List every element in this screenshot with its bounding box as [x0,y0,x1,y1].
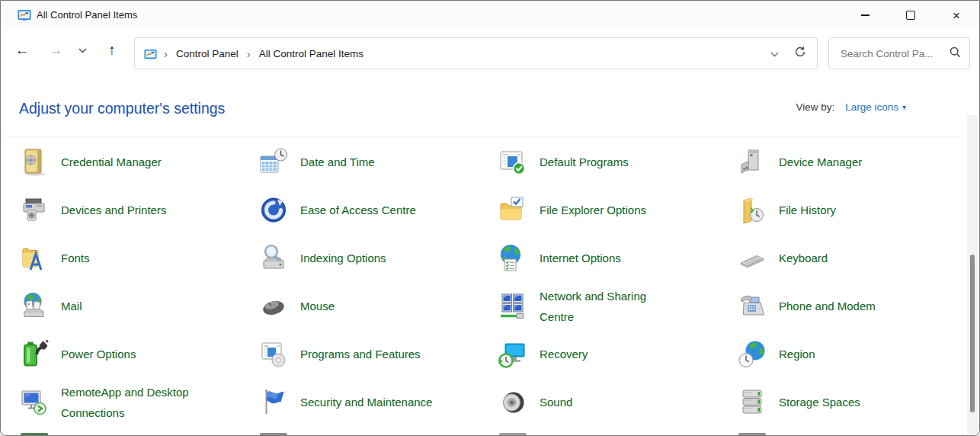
stacked-drives-icon [737,387,767,418]
control-panel-item[interactable]: Credential Manager [19,138,258,186]
search-input[interactable] [839,47,941,60]
control-panel-item[interactable]: File History [737,186,972,234]
control-panel-item-partial[interactable] [21,433,48,435]
globe-mail-icon [19,291,50,322]
keyboard-icon [737,243,767,274]
item-label: Power Options [61,344,136,364]
item-label: Programs and Features [300,344,421,364]
search-icon[interactable] [950,46,961,61]
control-panel-item-partial[interactable] [260,433,287,435]
item-label: Network and Sharing Centre [540,286,678,327]
item-label: Credential Manager [61,152,162,172]
telephone-icon [737,291,767,322]
control-panel-item[interactable]: Date and Time [258,138,498,186]
navigation-toolbar: ← → ↑ › Control Panel › All Control Pane… [1,30,979,71]
control-panel-item[interactable]: Device Manager [737,138,972,186]
control-panel-item[interactable]: Devices and Printers [19,186,258,234]
window-disc-icon [258,339,289,370]
content-divider [1,136,967,136]
item-label: Mouse [300,296,335,316]
control-panel-item[interactable]: Ease of Access Centre [258,186,498,234]
refresh-button[interactable] [789,41,817,66]
globe-checklist-icon [498,243,528,274]
search-box [828,37,970,69]
control-panel-item[interactable]: Programs and Features [258,330,498,378]
control-panel-item[interactable]: Mouse [258,282,498,330]
chevron-down-icon [78,48,87,53]
control-panel-breadcrumb-icon [144,48,157,59]
recent-locations-button[interactable] [71,35,94,66]
item-label: Ease of Access Centre [300,200,416,220]
control-panel-item[interactable]: Power Options [19,330,258,378]
breadcrumb-control-panel[interactable]: Control Panel [175,45,240,63]
control-panel-item[interactable]: Mail [19,282,258,330]
control-panel-item[interactable]: Security and Maintenance [258,378,498,426]
breadcrumb-separator: › [164,48,168,59]
control-panel-item[interactable]: Default Programs [498,138,737,186]
item-label: Storage Spaces [779,392,860,412]
control-panel-item[interactable]: Keyboard [737,234,972,282]
control-panel-item[interactable]: Fonts [19,234,258,282]
refresh-icon [794,46,806,58]
view-by-dropdown[interactable]: Large icons [845,101,898,113]
window-check-icon [498,147,528,178]
control-panel-item[interactable]: Storage Spaces [737,378,972,426]
minimize-icon [861,14,870,15]
mouse-icon [258,291,289,322]
item-label: Indexing Options [300,248,386,268]
scrollbar-track[interactable] [967,115,978,434]
folder-clock-icon [737,195,767,226]
breadcrumb-all-items[interactable]: All Control Panel Items [258,45,365,63]
close-button[interactable]: × [934,1,979,30]
page-title: Adjust your computer's settings [19,100,225,117]
item-label: Fonts [61,248,90,268]
control-panel-item[interactable]: Phone and Modem [737,282,972,330]
control-panel-item[interactable]: Sound [498,378,737,426]
item-label: Recovery [540,344,588,364]
scrollbar-thumb[interactable] [970,255,975,412]
maximize-button[interactable] [888,1,934,30]
item-label: Keyboard [779,248,828,268]
battery-plug-icon [19,339,50,370]
folder-checkbox-icon [498,195,528,226]
remote-desktop-icon [19,387,50,418]
control-panel-item-partial[interactable] [738,433,766,435]
close-icon: × [953,9,960,22]
globe-clock-icon [737,339,767,370]
back-button[interactable]: ← [8,35,37,66]
control-panel-item[interactable]: Recovery [498,330,737,378]
minimize-button[interactable] [842,1,888,30]
control-panel-item[interactable]: Indexing Options [258,234,498,282]
item-label: Internet Options [540,248,621,268]
folder-letter-icon [19,243,50,274]
caret-down-icon: ▾ [902,103,906,111]
item-label: Device Manager [779,152,862,172]
item-label: RemoteApp and Desktop Connections [61,382,200,423]
view-by-label: View by: [796,101,834,113]
speaker-icon [498,387,528,418]
address-bar[interactable]: › Control Panel › All Control Panel Item… [134,37,818,69]
control-panel-item[interactable]: RemoteApp and Desktop Connections [19,378,258,426]
flag-icon [258,387,289,418]
control-panel-item[interactable]: Network and Sharing Centre [498,282,737,330]
maximize-icon [906,11,915,20]
chevron-down-icon [770,52,779,57]
up-button[interactable]: ↑ [98,35,127,66]
forward-button[interactable]: → [41,35,70,66]
items-grid: Credential ManagerDate and TimeDefault P… [19,138,972,426]
device-icon [737,147,767,178]
item-label: Default Programs [540,152,629,172]
control-panel-item[interactable]: File Explorer Options [498,186,737,234]
address-dropdown-button[interactable] [760,42,789,65]
item-label: Mail [61,296,82,316]
control-panel-item-partial[interactable] [499,433,527,435]
control-panel-item[interactable]: Region [737,330,972,378]
monitor-restore-icon [498,339,528,370]
control-panel-item[interactable]: Internet Options [498,234,737,282]
item-label: File History [779,200,836,220]
safe-icon [19,147,50,178]
item-label: Devices and Printers [61,200,166,220]
item-label: File Explorer Options [540,200,646,220]
accessibility-circle-icon [258,195,289,226]
network-monitors-icon [498,291,528,322]
